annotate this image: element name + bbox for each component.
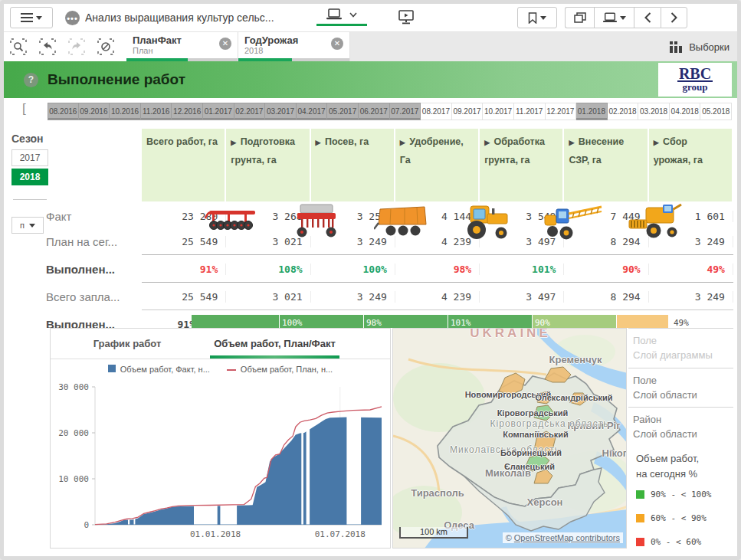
filter-chip-ПланФакт[interactable]: ПланФакт План ✕ — [126, 32, 238, 61]
expand-icon[interactable]: ▶ — [231, 139, 236, 146]
expand-icon[interactable]: ▶ — [654, 139, 659, 146]
selections-tool-button[interactable]: Выборки — [670, 32, 730, 61]
expand-icon[interactable]: ▶ — [484, 139, 490, 146]
month-chip-05.2018[interactable]: 05.2018 — [700, 103, 732, 120]
month-chip-05.2017[interactable]: 05.2017 — [327, 103, 359, 120]
duplicate-sheet-button[interactable] — [565, 7, 594, 28]
map-layers-panel: Поле Слой диаграммы Поле Слой области Ра… — [628, 328, 733, 549]
month-chip-02.2018[interactable]: 02.2018 — [608, 103, 639, 120]
filter-chip-ГодУрожая[interactable]: ГодУрожая 2018 ✕ — [238, 32, 350, 61]
smart-search-icon[interactable] — [4, 32, 33, 61]
layer-field-item[interactable]: Район Слой области — [628, 407, 733, 447]
active-sheet-indicator[interactable] — [316, 8, 367, 26]
map-attribution: © OpenStreetMap contributors — [503, 532, 623, 543]
month-chip-12.2017[interactable]: 12.2017 — [546, 103, 577, 120]
layer-field-subtitle: Слой диаграммы — [633, 349, 729, 363]
region-map[interactable]: UKRAINEКременчукКривий РігНікопольМикола… — [392, 328, 627, 549]
month-chip-09.2017[interactable]: 09.2017 — [452, 103, 484, 120]
chip-field: ПланФакт — [133, 34, 231, 46]
table-cell: 3 497 — [480, 291, 564, 303]
month-chip-01.2018[interactable]: 01.2018 — [576, 103, 608, 120]
month-chip-02.2017[interactable]: 02.2017 — [234, 103, 266, 120]
selections-bar: ПланФакт План ✕ ГодУрожая 2018 ✕ Выборки — [4, 32, 737, 61]
presentation-icon[interactable] — [398, 10, 415, 25]
sheet-title: Выполнение работ — [48, 71, 185, 88]
expand-icon[interactable]: ▶ — [569, 139, 574, 146]
month-chip-04.2018[interactable]: 04.2018 — [670, 103, 701, 120]
column-header[interactable]: Всего работ, га — [142, 129, 226, 201]
table-cell: 25 549 — [142, 291, 226, 303]
osm-link[interactable]: OpenStreetMap contributors — [514, 533, 620, 542]
map-legend-item: 90% - < 100% — [628, 483, 733, 506]
bookmark-icon — [528, 12, 537, 24]
column-header[interactable]: ▶ Сбор урожая, га — [649, 129, 733, 201]
month-chip-11.2016[interactable]: 11.2016 — [141, 103, 172, 120]
table-cell: 4 239 — [395, 291, 480, 303]
column-header[interactable]: ▶ Подготовка грунта, га — [226, 129, 310, 201]
range-bracket-icon[interactable]: [ — [22, 101, 26, 116]
month-chip-10.2016[interactable]: 10.2016 — [110, 103, 141, 120]
previous-sheet-button[interactable] — [634, 7, 661, 28]
table-cell: 100% — [311, 264, 395, 275]
chevron-left-icon — [644, 12, 651, 23]
month-chip-06.2017[interactable]: 06.2017 — [359, 103, 390, 120]
chart-tab-1[interactable]: График работ — [51, 329, 204, 359]
column-header[interactable]: ▶ Обработка грунта, га — [480, 129, 564, 201]
table-cell: 3 021 — [226, 236, 310, 247]
fact-series-marker — [108, 365, 116, 372]
month-chip-11.2017[interactable]: 11.2017 — [514, 103, 546, 120]
month-chip-12.2016[interactable]: 12.2016 — [172, 103, 203, 120]
month-chip-03.2017[interactable]: 03.2017 — [265, 103, 297, 120]
season-label: Сезон — [11, 133, 48, 145]
step-forward-icon[interactable] — [62, 32, 91, 61]
bookmarks-button[interactable] — [517, 7, 557, 28]
month-chip-01.2017[interactable]: 01.2017 — [203, 103, 234, 120]
kpi-table: Всего работ, га▶ Подготовка грунта, га▶ … — [46, 126, 733, 328]
completion-bar — [192, 315, 280, 328]
month-chip-08.2017[interactable]: 08.2017 — [421, 103, 452, 120]
table-cell: 98% — [395, 264, 480, 275]
column-header[interactable]: ▶ Внесение СЗР, га — [564, 129, 648, 201]
month-chip-04.2017[interactable]: 04.2017 — [297, 103, 328, 120]
column-header[interactable]: ▶ Удобрение, Га — [395, 129, 480, 201]
completion-bar — [617, 315, 669, 328]
expand-icon[interactable]: ▶ — [316, 139, 321, 146]
help-icon[interactable]: ? — [24, 73, 38, 87]
remove-filter-icon[interactable]: ✕ — [331, 38, 343, 50]
table-cell: 3 497 — [480, 236, 564, 247]
legend-item: Объем работ, План, н... — [227, 365, 333, 374]
table-cell: 90% — [564, 264, 648, 275]
mini-dropdown[interactable]: п — [11, 217, 44, 234]
sheet-navigator-button[interactable] — [594, 7, 634, 28]
remove-filter-icon[interactable]: ✕ — [219, 38, 231, 50]
step-back-icon[interactable] — [33, 32, 62, 61]
volume-chart[interactable]: 30 00020 00010 000001.01.201801.07.2018 — [51, 379, 390, 546]
main-menu-button[interactable] — [10, 7, 53, 28]
app-options-icon[interactable]: ••• — [65, 11, 80, 25]
table-row-done_pct: Выполнен...91%108%100%98%101%90%49% — [46, 257, 733, 282]
month-chip-03.2018[interactable]: 03.2018 — [638, 103, 670, 120]
clear-selections-icon[interactable] — [91, 32, 120, 61]
season-option-2017[interactable]: 2017 — [11, 149, 48, 166]
table-cell: 7 449 — [564, 211, 648, 222]
layer-field-subtitle: Слой области — [633, 388, 729, 403]
month-chip-08.2016[interactable]: 08.2016 — [48, 103, 79, 120]
sheet-header: ? Выполнение работ RBC group — [4, 61, 737, 98]
layer-field-title: Поле — [633, 334, 729, 349]
column-header[interactable]: ▶ Посев, га — [311, 129, 395, 201]
month-chip-07.2017[interactable]: 07.2017 — [390, 103, 421, 120]
next-sheet-button[interactable] — [661, 7, 687, 28]
svg-text:0: 0 — [84, 520, 89, 530]
layer-field-item[interactable]: Поле Слой области — [628, 368, 733, 408]
chart-tab-2[interactable]: Объем работ, План/Факт — [204, 329, 346, 359]
chevron-down-icon — [29, 224, 35, 228]
month-chip-09.2016[interactable]: 09.2016 — [79, 103, 110, 120]
legend-color-swatch — [636, 538, 644, 546]
month-chip-10.2017[interactable]: 10.2017 — [483, 103, 514, 120]
expand-icon[interactable]: ▶ — [400, 139, 405, 146]
layer-field-subtitle: Слой области — [633, 427, 729, 442]
map-legend-item: 0% - < 60% — [628, 530, 733, 554]
chevron-down-icon — [540, 16, 546, 20]
copy-icon — [574, 12, 586, 24]
season-option-2018[interactable]: 2018 — [11, 169, 48, 185]
